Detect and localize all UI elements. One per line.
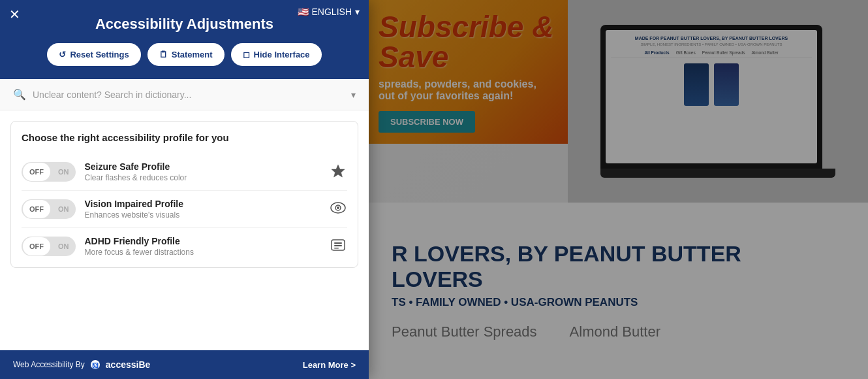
seizure-safe-desc: Clear flashes & reduces color — [85, 173, 320, 182]
close-button[interactable]: ✕ — [9, 8, 20, 21]
vision-impaired-toggle[interactable]: OFF ON — [22, 199, 76, 219]
statement-icon: 🗒 — [159, 50, 168, 59]
svg-rect-6 — [334, 245, 342, 246]
vision-impaired-icon — [329, 202, 347, 217]
accessibility-panel: ✕ 🇺🇸 ENGLISH ▾ Accessibility Adjustments… — [0, 0, 369, 379]
lang-chevron-icon: ▾ — [355, 7, 360, 17]
seizure-safe-info: Seizure Safe Profile Clear flashes & red… — [85, 161, 320, 182]
language-label: ENGLISH — [312, 7, 352, 17]
footer-brand-prefix: Web Accessibility By — [13, 360, 85, 369]
seizure-safe-name: Seizure Safe Profile — [85, 161, 320, 172]
adhd-friendly-desc: More focus & fewer distractions — [85, 248, 320, 257]
hide-label: Hide Interface — [254, 50, 310, 59]
svg-text:♿: ♿ — [92, 362, 99, 369]
adhd-friendly-info: ADHD Friendly Profile More focus & fewer… — [85, 236, 320, 257]
search-chevron-icon: ▾ — [351, 90, 356, 100]
panel-footer: Web Accessibility By ♿ accessiBe Learn M… — [0, 350, 369, 379]
footer-brand-logo: accessiBe — [106, 359, 151, 370]
vision-impaired-name: Vision Impaired Profile — [85, 199, 320, 209]
hide-interface-button[interactable]: ◻ Hide Interface — [231, 43, 322, 66]
toggle-off-label2: OFF — [23, 200, 50, 218]
svg-rect-7 — [334, 248, 339, 249]
seizure-safe-icon — [329, 163, 347, 181]
seizure-safe-toggle[interactable]: OFF ON — [22, 162, 76, 182]
vision-impaired-info: Vision Impaired Profile Enhances website… — [85, 199, 320, 220]
reset-label: Reset Settings — [70, 50, 129, 59]
statement-label: Statement — [172, 50, 213, 59]
adhd-friendly-icon — [329, 239, 347, 254]
adhd-friendly-profile-item: OFF ON ADHD Friendly Profile More focus … — [22, 228, 347, 265]
svg-point-3 — [337, 206, 339, 209]
reset-settings-button[interactable]: ↺ Reset Settings — [47, 43, 140, 66]
adhd-friendly-toggle[interactable]: OFF ON — [22, 237, 76, 256]
footer-brand: Web Accessibility By ♿ accessiBe — [13, 359, 150, 370]
accessibe-logo-icon: ♿ — [90, 359, 101, 370]
svg-rect-5 — [334, 242, 342, 244]
search-placeholder: Unclear content? Search in dictionary... — [33, 90, 351, 100]
search-bar[interactable]: 🔍 Unclear content? Search in dictionary.… — [0, 79, 369, 110]
toggle-on-label2: ON — [52, 200, 76, 218]
vision-impaired-profile-item: OFF ON Vision Impaired Profile Enhances … — [22, 191, 347, 228]
learn-more-link[interactable]: Learn More > — [303, 360, 356, 370]
statement-button[interactable]: 🗒 Statement — [147, 43, 225, 66]
toggle-on-label: ON — [52, 163, 76, 181]
profiles-title: Choose the right accessibility profile f… — [22, 132, 347, 143]
seizure-safe-profile-item: OFF ON Seizure Safe Profile Clear flashe… — [22, 154, 347, 191]
search-icon: 🔍 — [13, 88, 26, 101]
vision-impaired-desc: Enhances website's visuals — [85, 210, 320, 220]
panel-header: ✕ 🇺🇸 ENGLISH ▾ Accessibility Adjustments… — [0, 0, 369, 79]
toggle-on-label3: ON — [52, 237, 76, 255]
hide-icon: ◻ — [243, 50, 250, 59]
panel-title: Accessibility Adjustments — [13, 16, 356, 33]
panel-actions: ↺ Reset Settings 🗒 Statement ◻ Hide Inte… — [13, 43, 356, 66]
toggle-off-label: OFF — [23, 163, 50, 181]
profiles-section: Choose the right accessibility profile f… — [10, 121, 358, 268]
language-button[interactable]: 🇺🇸 ENGLISH ▾ — [298, 7, 360, 17]
panel-body: Choose the right accessibility profile f… — [0, 110, 369, 350]
toggle-off-label3: OFF — [23, 237, 50, 255]
flag-icon: 🇺🇸 — [298, 7, 309, 17]
svg-marker-0 — [332, 165, 345, 177]
adhd-friendly-name: ADHD Friendly Profile — [85, 236, 320, 246]
reset-icon: ↺ — [59, 50, 66, 59]
